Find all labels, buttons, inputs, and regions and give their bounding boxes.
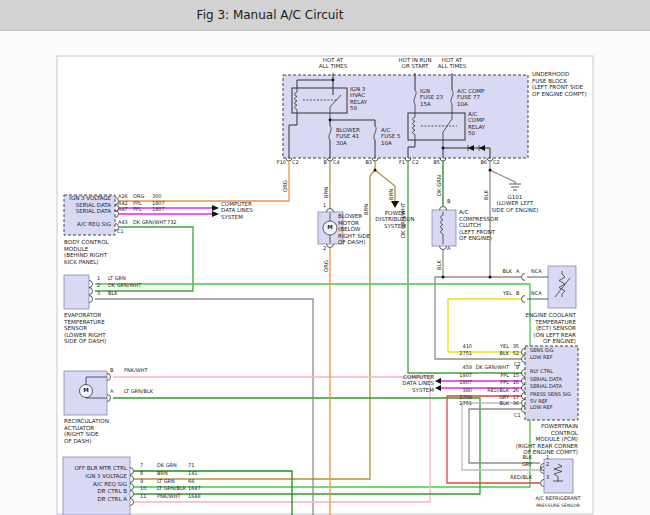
component-name: BLOWER MOTOR (BELOW RIGHT SIDE OF DASH)	[338, 213, 370, 246]
connector-label: C2	[292, 160, 299, 166]
wire-color: BLK	[503, 269, 513, 275]
circuit-number: 2751	[459, 401, 472, 407]
wire-color: BLK	[500, 401, 510, 407]
wire-color: PPL	[133, 207, 142, 213]
circuit-number: 1807	[459, 380, 472, 386]
component-name: EVAPORATOR TEMPERATURE SENSOR (LOWER RIG…	[64, 312, 106, 345]
pin-label: A43	[118, 220, 128, 226]
pin-label: F10	[277, 160, 286, 166]
pin-label: A	[110, 389, 113, 395]
pin-label: 11	[140, 494, 146, 500]
pin-label: A26	[118, 194, 128, 200]
wire-color: LT GRN/BLK	[124, 389, 153, 395]
wire-color: DK GRN	[157, 463, 177, 469]
fuse-label: A/C COMP FUSE 77 10A	[457, 88, 484, 107]
wire-tag-vertical: BRN	[388, 189, 394, 200]
pin-label: A	[516, 269, 519, 275]
wire-color: BLK	[108, 291, 118, 297]
pin-label: 7	[140, 463, 143, 469]
wire-color: ORG	[133, 194, 144, 200]
pcm-row-label: SERIAL DATA	[530, 384, 562, 390]
circuit-number: 1647	[188, 486, 201, 492]
wire-color: LT GRN	[157, 479, 175, 485]
circuit-number: 459	[462, 365, 472, 371]
pcm-row-label: RLY CTRL	[530, 369, 553, 375]
pin-label: 35	[513, 344, 519, 350]
circuit-number: 141	[188, 471, 198, 477]
pcm-row-label: LOW REF	[530, 355, 553, 361]
fuse-label: IGN FUSE 23 15A	[420, 88, 443, 107]
wire-color: PNK/WHT	[124, 368, 147, 374]
system-reference: COMPUTER DATA LINES SYSTEM	[221, 201, 253, 220]
pcm-row-label: LOW REF	[530, 405, 553, 411]
wire-color: RED/BLK	[487, 388, 509, 394]
pcm-row-label: SERIAL DATA	[530, 377, 562, 383]
component-name: PRESSURE SENSOR	[536, 503, 580, 508]
wire-color: LT GRN	[108, 276, 126, 282]
circuit-number: 300	[152, 194, 162, 200]
bcm-row-label: A/C REQ SIG	[77, 221, 111, 227]
wire-tag-vertical: ORG	[282, 180, 288, 192]
component-name: A/C COMPRESSOR CLUTCH (LEFT FRONT OF ENG…	[459, 209, 498, 242]
pin-label: B	[447, 199, 450, 205]
wire-color: LT GRN/BLK	[157, 486, 186, 492]
ac-compressor-clutch	[432, 207, 456, 250]
wire-color: PNK/WHT	[157, 494, 180, 500]
pin-label: B	[516, 291, 519, 297]
connector-label: C1	[514, 413, 521, 419]
connector-label: C2	[493, 160, 500, 166]
circuit-number: 2751	[459, 351, 472, 357]
bcm-row-label: SERIAL DATA	[76, 208, 111, 214]
wire-tag-vertical: DK GRN/WHT	[400, 203, 406, 238]
wire-color: PPL	[500, 373, 509, 379]
wire-tag-vertical: DK GRN	[436, 175, 442, 196]
fuse-label: BLOWER FUSE 41 30A	[336, 127, 360, 146]
pin-label: 8	[140, 471, 143, 477]
circuit-number: 1807	[459, 373, 472, 379]
relay-label: A/C COMP RELAY 50	[468, 111, 485, 137]
ground-label: G101 (LOWER LEFT SIDE OF ENGINE)	[491, 194, 538, 213]
circuit-number: 71	[188, 463, 194, 469]
pin-label: 15	[513, 373, 519, 379]
connector-label: C4	[333, 160, 340, 166]
motor-letter: M	[83, 387, 88, 393]
head-row-label: IGN 3 VOLTAGE	[85, 473, 127, 479]
wire-color: DK GRN/WHT	[476, 365, 509, 371]
wire-color: YEL	[500, 344, 509, 350]
pin-label: 2	[323, 246, 326, 252]
pin-label: F1	[399, 160, 405, 166]
connector-label: C1	[117, 229, 124, 235]
component-name: BODY CONTROL MODULE (BEHIND RIGHT KICK P…	[64, 239, 109, 265]
bcm-row-label: IGN 3 VOLTAGE	[69, 195, 111, 201]
relay-label: IGN 3 HVAC RELAY 59	[350, 86, 367, 112]
head-row-label: OFF BLR MTR CTRL	[74, 465, 127, 471]
nca-label: NCA	[531, 269, 542, 275]
circuit-number: 1807	[152, 207, 165, 213]
circuit-number: 380	[462, 388, 472, 394]
pin-label: 36	[513, 401, 519, 407]
wire-color: BRN	[157, 471, 168, 477]
pin-label: 2	[546, 462, 549, 468]
pin-label: B	[110, 368, 113, 374]
pin-label: A	[447, 246, 450, 252]
pcm-row-label: PRESS SENS SIG	[530, 392, 571, 398]
pin-label: 9	[516, 365, 519, 371]
wire-tag-vertical: BRN	[363, 204, 369, 215]
pin-label: 52	[513, 351, 519, 357]
feed-label: HOT AT ALL TIMES	[319, 57, 347, 70]
wire-color: PPL	[500, 380, 509, 386]
pin-label: A47	[118, 207, 128, 213]
wire-color: GRY	[522, 462, 532, 468]
pin-label: 1	[97, 276, 100, 282]
circuit-number: 1648	[188, 494, 201, 500]
component-name: POWERTRAIN CONTROL MODULE (PCM) (RIGHT R…	[516, 423, 578, 456]
wire-tag-vertical: BLK	[436, 260, 442, 270]
component-name: ENGINE COOLANT TEMPERATURE (ECT) SENSOR …	[525, 312, 576, 345]
wire-color: BLK	[500, 351, 510, 357]
system-reference: POWER DISTRIBUTION SYSTEM	[375, 210, 414, 229]
pin-label: B	[324, 160, 327, 166]
head-row-label: DR CTRL B	[98, 488, 127, 494]
pin-label: 9	[140, 479, 143, 485]
circuit-number: 66	[188, 479, 194, 485]
connector-label: C2	[412, 160, 419, 166]
